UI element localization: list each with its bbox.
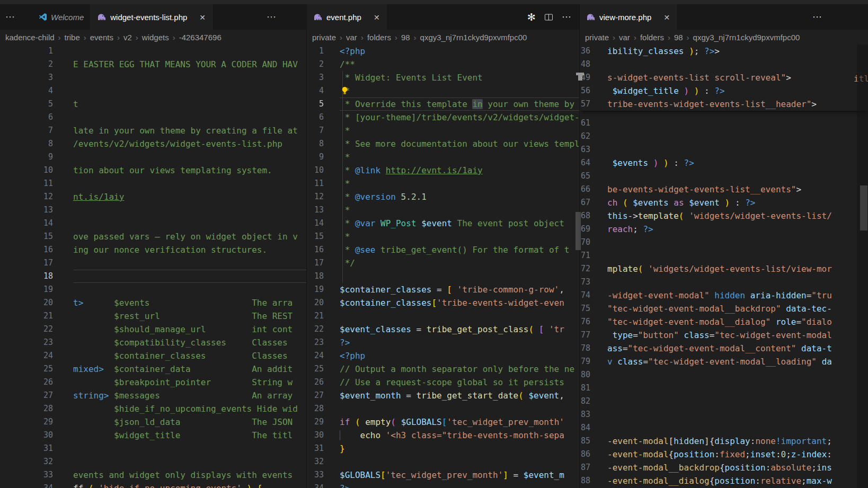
code-line[interactable]: 4 <box>0 84 306 97</box>
code-line[interactable]: 12 * @version 5.2.1 <box>307 190 579 203</box>
code-line[interactable]: 48 <box>580 58 868 71</box>
code-line[interactable]: 69reach; ?> <box>580 223 868 236</box>
code-line[interactable]: 23 $compatibility_classes Classes <box>0 336 306 349</box>
code-line[interactable]: 15ove passed vars — rely on widget objec… <box>0 230 306 243</box>
code-line[interactable]: 81 <box>580 381 868 395</box>
code-line[interactable]: 29if ( empty( $GLOBALS['tec_widget_prev_… <box>307 415 579 429</box>
code-line[interactable]: 31 <box>0 442 306 455</box>
code-editor[interactable]: 1<?php2/**3 * Widget: Events List Event4… <box>307 45 579 488</box>
breadcrumb-item[interactable]: var <box>346 33 357 42</box>
code-line[interactable]: 16ing our nonce verification structures. <box>0 243 306 256</box>
code-line[interactable]: 32 <box>0 455 306 468</box>
chatgpt-icon[interactable]: ✻ <box>527 11 536 23</box>
code-line[interactable]: 82 <box>580 395 868 408</box>
code-line[interactable]: 63 <box>580 143 868 156</box>
code-line[interactable]: 30▏ echo '<h3 class="tribe-events-month-… <box>307 429 579 442</box>
breadcrumb-item[interactable]: events <box>90 33 113 42</box>
code-line[interactable]: 1<?php <box>307 45 579 58</box>
code-line[interactable]: 5 * Override this template in your own t… <box>307 97 579 111</box>
breadcrumb-item[interactable]: folders <box>640 33 664 42</box>
code-line[interactable]: 23?> <box>307 336 579 349</box>
tab-overflow-menu[interactable]: ⋯ <box>0 4 21 30</box>
code-line[interactable]: 36ibility_classes ); ?>> <box>580 45 868 58</box>
tab-event-php[interactable]: event.php✕ <box>307 4 387 30</box>
code-line[interactable]: 7 * <box>307 124 579 137</box>
scrollbar-track-right[interactable] <box>857 45 868 488</box>
code-line[interactable]: 85-event-modal[hidden]{display:none!impo… <box>580 434 868 448</box>
code-line[interactable]: 14 * @var WP_Post $event The event post … <box>307 217 579 230</box>
code-line[interactable]: 13 * <box>307 203 579 217</box>
breadcrumb-item[interactable]: folders <box>367 33 391 42</box>
code-line[interactable]: 16 * @see tribe_get_event() For the form… <box>307 243 579 256</box>
code-line[interactable]: 62 <box>580 130 868 143</box>
more-actions-icon[interactable]: ⋯ <box>812 11 822 23</box>
code-line[interactable]: 68this->template( 'widgets/widget-events… <box>580 209 868 223</box>
code-line[interactable]: 75"tec-widget-event-modal__backdrop" dat… <box>580 302 868 315</box>
code-line[interactable]: 13 <box>0 203 306 217</box>
code-line[interactable]: 24 $container_classes Classes <box>0 349 306 362</box>
code-line[interactable]: 27$event_month = tribe_get_start_date( $… <box>307 389 579 402</box>
code-line[interactable]: 11 <box>0 177 306 190</box>
code-line[interactable]: 66be-events-widget-events-list__events"> <box>580 183 868 196</box>
code-line[interactable]: 87-event-modal__backdrop{position:absolu… <box>580 461 868 474</box>
tab-welcome[interactable]: Welcome <box>32 4 91 30</box>
code-line[interactable]: 3 * Widget: Events List Event <box>307 71 579 84</box>
code-line[interactable]: 10tion about our views templating system… <box>0 164 306 177</box>
tab-widget-events-list-php[interactable]: widget-events-list.php✕ <box>91 4 212 30</box>
breadcrumb-item[interactable]: kadence-child <box>5 33 55 42</box>
code-line[interactable]: 32 <box>307 455 579 468</box>
breadcrumb-item[interactable]: tribe <box>65 33 80 42</box>
code-line[interactable]: 31} <box>307 442 579 455</box>
editor-actions-more[interactable]: ⋯ <box>261 4 282 30</box>
code-line[interactable]: 19 <box>0 283 306 296</box>
breadcrumb-item[interactable]: widgets <box>142 33 169 42</box>
code-line[interactable]: 8 * See more documentation about our vie… <box>307 137 579 150</box>
breadcrumb-item[interactable]: qxgy3_nj7rn1ckyd9pxvmfpc00 <box>420 33 527 42</box>
code-line[interactable]: 8/events/v2/widgets/widget-events-list.p… <box>0 137 306 150</box>
code-line[interactable]: 25mixed> $container_data An addit <box>0 362 306 376</box>
code-line[interactable]: 83 <box>580 408 868 421</box>
code-line[interactable]: 28 <box>307 402 579 415</box>
code-line[interactable]: 74-widget-event-modal" hidden aria-hidde… <box>580 289 868 302</box>
code-line[interactable]: 29 $json_ld_data The JSON <box>0 415 306 429</box>
code-editor[interactable]: 12E EASTER EGG THAT MEANS YOUR A CODER A… <box>0 45 306 488</box>
split-editor-icon[interactable] <box>544 13 553 21</box>
code-line[interactable]: 6 * [your-theme]/tribe/events/v2/widgets… <box>307 111 579 124</box>
code-line[interactable]: 61 <box>580 117 868 130</box>
code-line[interactable]: 78ass="tec-widget-event-modal__content" … <box>580 342 868 355</box>
close-icon[interactable]: ✕ <box>195 13 206 22</box>
breadcrumb-item[interactable]: var <box>619 33 630 42</box>
code-line[interactable]: 86-event-modal{position:fixed;inset:0;z-… <box>580 448 868 461</box>
lightbulb-icon[interactable] <box>341 86 349 97</box>
code-line[interactable]: 22$event_classes = tribe_get_post_class(… <box>307 323 579 336</box>
code-line[interactable]: 27string> $messages An array <box>0 389 306 402</box>
breadcrumb-item[interactable]: qxgy3_nj7rn1ckyd9pxvmfpc00 <box>693 33 800 42</box>
code-editor[interactable]: 36ibility_classes ); ?>>4849s-widget-eve… <box>580 45 868 488</box>
code-line[interactable]: 5t <box>0 97 306 111</box>
code-line[interactable]: 19$container_classes = [ 'tribe-common-g… <box>307 283 579 296</box>
code-line[interactable]: 7late in your own theme by creating a fi… <box>0 124 306 137</box>
code-line[interactable]: 2E EASTER EGG THAT MEANS YOUR A CODER AN… <box>0 58 306 71</box>
scrollbar-slider-right[interactable] <box>860 185 867 230</box>
code-line[interactable]: 10 * @link http://evnt.is/1aiy <box>307 164 579 177</box>
code-line[interactable]: 17 <box>0 256 306 270</box>
breadcrumb-item[interactable]: 98 <box>401 33 410 42</box>
code-line[interactable]: 12nt.is/1aiy <box>0 190 306 203</box>
code-line[interactable]: 80 <box>580 368 868 381</box>
breadcrumb-item[interactable]: private <box>585 33 609 42</box>
code-line[interactable]: 70 <box>580 236 868 249</box>
code-line[interactable]: 33$GLOBALS['tec_widget_prev_month'] = $e… <box>307 468 579 482</box>
code-line[interactable]: 18 <box>307 270 579 283</box>
code-line[interactable]: 6 <box>0 111 306 124</box>
code-line[interactable]: 84 <box>580 421 868 434</box>
tab-view-more-php[interactable]: view-more.php✕ <box>580 4 677 30</box>
code-line[interactable]: 26// Use a request-scope global so it pe… <box>307 376 579 389</box>
code-line[interactable]: 28 $hide_if_no_upcoming_events Hide wid <box>0 402 306 415</box>
code-line[interactable]: 56 $widget_title ) ) : ?> <box>580 84 868 97</box>
scrollbar-slider-middle[interactable] <box>575 212 581 250</box>
code-line[interactable]: 1 <box>0 45 306 58</box>
close-icon[interactable]: ✕ <box>369 13 380 22</box>
code-line[interactable]: 20$container_classes['tribe-events-widge… <box>307 296 579 309</box>
close-icon[interactable]: ✕ <box>659 13 670 22</box>
code-line[interactable]: 25// Output a month separator only befor… <box>307 362 579 376</box>
